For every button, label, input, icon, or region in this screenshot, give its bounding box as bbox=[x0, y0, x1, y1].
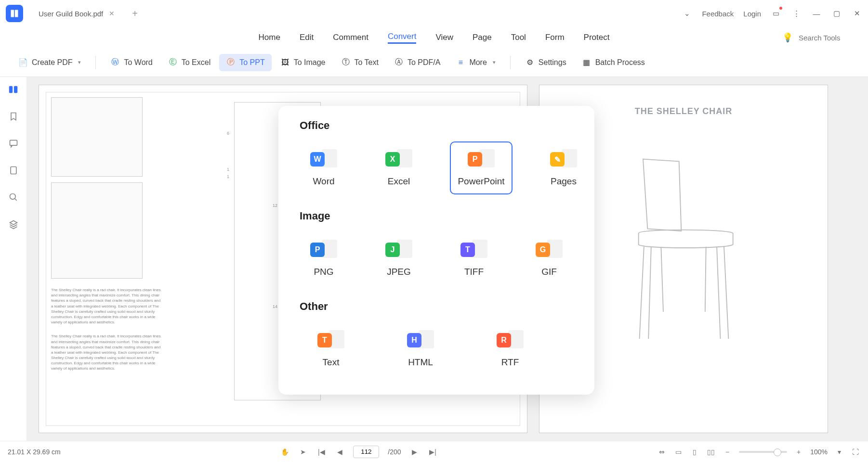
layers-icon[interactable] bbox=[7, 218, 20, 231]
app-logo bbox=[6, 5, 23, 22]
menu-comment[interactable]: Comment bbox=[333, 33, 368, 42]
next-page-icon[interactable]: ▶ bbox=[410, 447, 420, 457]
more-icon: ≡ bbox=[456, 58, 465, 67]
create-pdf-icon: 📄 bbox=[18, 58, 28, 67]
page-input[interactable] bbox=[353, 446, 379, 458]
bookmark-icon[interactable] bbox=[7, 110, 20, 123]
popup-section-other: Other bbox=[300, 300, 573, 313]
convert-popup: Office WWord XExcel PPowerPoint ✎Pages I… bbox=[278, 106, 594, 395]
popup-section-image: Image bbox=[300, 210, 573, 222]
menubar: Home Edit Comment Convert View Page Tool… bbox=[0, 27, 868, 48]
svg-rect-1 bbox=[15, 10, 18, 17]
chair-drawing bbox=[616, 150, 751, 348]
select-tool-icon[interactable]: ➤ bbox=[298, 447, 308, 457]
more-menu-icon[interactable]: ⋮ bbox=[791, 8, 802, 19]
convert-word[interactable]: WWord bbox=[300, 141, 348, 194]
divider bbox=[95, 56, 96, 69]
menu-edit[interactable]: Edit bbox=[300, 33, 314, 42]
fullscreen-icon[interactable]: ⛶ bbox=[851, 447, 860, 457]
tab-title: User Guild Book.pdf bbox=[39, 10, 103, 18]
text-icon: Ⓣ bbox=[341, 58, 351, 67]
image-icon: 🖼 bbox=[280, 58, 290, 67]
batch-process-button[interactable]: ▦ Batch Process bbox=[575, 54, 652, 71]
settings-button[interactable]: ⚙ Settings bbox=[518, 54, 573, 71]
divider bbox=[510, 56, 511, 69]
menu-protect[interactable]: Protect bbox=[584, 33, 610, 42]
close-window-button[interactable]: ✕ bbox=[852, 8, 862, 19]
login-link[interactable]: Login bbox=[743, 10, 761, 18]
to-pdfa-button[interactable]: Ⓐ To PDF/A bbox=[387, 54, 447, 71]
menu-convert[interactable]: Convert bbox=[388, 32, 417, 44]
search-icon[interactable] bbox=[7, 191, 20, 204]
convert-html[interactable]: HHTML bbox=[389, 322, 452, 375]
zoom-out-icon[interactable]: − bbox=[723, 447, 732, 457]
fit-width-icon[interactable]: ⇔ bbox=[657, 447, 667, 457]
to-word-button[interactable]: Ⓦ To Word bbox=[104, 54, 159, 71]
hand-tool-icon[interactable]: ✋ bbox=[280, 447, 289, 457]
menu-view[interactable]: View bbox=[435, 33, 453, 42]
chevron-down-icon: ▾ bbox=[493, 59, 496, 65]
chevron-down-icon[interactable]: ▾ bbox=[834, 447, 844, 457]
last-page-icon[interactable]: ▶| bbox=[428, 447, 438, 457]
comment-icon[interactable] bbox=[7, 137, 20, 150]
page-desc-1: The Shelley Chair really is a rad chair.… bbox=[51, 287, 162, 325]
convert-gif[interactable]: GGIF bbox=[525, 232, 573, 285]
two-page-icon[interactable]: ▯▯ bbox=[706, 447, 716, 457]
dim-1a: 1 bbox=[227, 167, 229, 172]
thumbnails-icon[interactable] bbox=[7, 83, 20, 96]
dim-12: 12 bbox=[273, 203, 277, 208]
svg-rect-4 bbox=[10, 140, 17, 145]
ppt-icon: Ⓟ bbox=[226, 58, 236, 67]
chevron-down-icon: ▾ bbox=[78, 59, 81, 65]
chevron-down-icon[interactable]: ⌄ bbox=[682, 8, 692, 19]
convert-excel[interactable]: XExcel bbox=[375, 141, 423, 194]
menu-form[interactable]: Form bbox=[545, 33, 565, 42]
dim-1b: 1 bbox=[227, 174, 229, 179]
svg-point-6 bbox=[10, 194, 15, 200]
page-dimensions: 21.01 X 29.69 cm bbox=[8, 448, 61, 456]
convert-text[interactable]: TText bbox=[300, 322, 362, 375]
more-button[interactable]: ≡ More ▾ bbox=[449, 54, 502, 71]
notification-icon[interactable]: ▭ bbox=[771, 8, 781, 19]
popup-section-office: Office bbox=[300, 119, 573, 132]
to-image-button[interactable]: 🖼 To Image bbox=[274, 54, 332, 71]
total-pages: /200 bbox=[388, 448, 401, 456]
menu-tool[interactable]: Tool bbox=[511, 33, 526, 42]
feedback-link[interactable]: Feedback bbox=[702, 10, 734, 18]
prev-page-icon[interactable]: ◀ bbox=[335, 447, 344, 457]
single-page-icon[interactable]: ▯ bbox=[690, 447, 699, 457]
convert-toolbar: 📄 Create PDF ▾ Ⓦ To Word Ⓔ To Excel Ⓟ To… bbox=[0, 48, 868, 77]
to-text-button[interactable]: Ⓣ To Text bbox=[334, 54, 385, 71]
svg-rect-0 bbox=[11, 10, 14, 17]
attachment-icon[interactable] bbox=[7, 164, 20, 177]
lightbulb-icon[interactable]: 💡 bbox=[782, 32, 793, 43]
dim-14: 14 bbox=[273, 304, 277, 309]
convert-powerpoint[interactable]: PPowerPoint bbox=[450, 141, 513, 194]
to-ppt-button[interactable]: Ⓟ To PPT bbox=[219, 54, 271, 71]
page-desc-2: The Shelley Chair really is a rad chair.… bbox=[51, 334, 162, 371]
tab-close-icon[interactable]: ✕ bbox=[109, 10, 115, 17]
titlebar: User Guild Book.pdf ✕ + ⌄ Feedback Login… bbox=[0, 0, 868, 27]
maximize-button[interactable]: ▢ bbox=[831, 8, 842, 19]
convert-png[interactable]: PPNG bbox=[300, 232, 348, 285]
zoom-in-icon[interactable]: + bbox=[794, 447, 803, 457]
convert-rtf[interactable]: RRTF bbox=[479, 322, 541, 375]
new-tab-button[interactable]: + bbox=[132, 8, 138, 19]
convert-pages[interactable]: ✎Pages bbox=[539, 141, 588, 194]
convert-jpeg[interactable]: JJPEG bbox=[375, 232, 423, 285]
first-page-icon[interactable]: |◀ bbox=[316, 447, 326, 457]
left-sidebar bbox=[0, 77, 27, 441]
batch-icon: ▦ bbox=[582, 58, 592, 67]
statusbar: 21.01 X 29.69 cm ✋ ➤ |◀ ◀ /200 ▶ ▶| ⇔ ▭ … bbox=[0, 441, 868, 462]
create-pdf-button[interactable]: 📄 Create PDF ▾ bbox=[12, 54, 88, 71]
to-excel-button[interactable]: Ⓔ To Excel bbox=[161, 54, 217, 71]
menu-home[interactable]: Home bbox=[259, 33, 280, 42]
menu-page[interactable]: Page bbox=[473, 33, 492, 42]
zoom-level: 100% bbox=[810, 448, 828, 456]
fit-page-icon[interactable]: ▭ bbox=[673, 447, 683, 457]
convert-tiff[interactable]: TTIFF bbox=[450, 232, 498, 285]
tab-file[interactable]: User Guild Book.pdf ✕ bbox=[31, 4, 122, 23]
search-tools-input[interactable] bbox=[799, 34, 856, 42]
zoom-slider[interactable] bbox=[739, 451, 787, 453]
minimize-button[interactable]: — bbox=[811, 8, 822, 19]
